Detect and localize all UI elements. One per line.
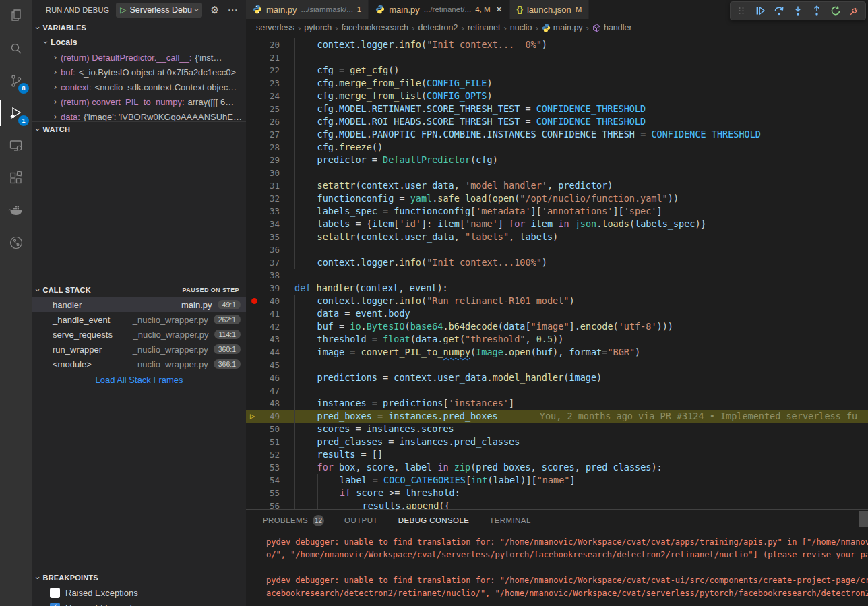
glyph-margin[interactable] bbox=[251, 269, 259, 282]
code-line[interactable]: 22cfg = get_cfg() bbox=[246, 64, 868, 77]
glyph-margin[interactable] bbox=[251, 243, 259, 256]
code-line[interactable]: 41data = event.body bbox=[246, 307, 868, 320]
code-line[interactable]: 53for box, score, label in zip(pred_boxe… bbox=[246, 461, 868, 474]
locals-scope[interactable]: › Locals bbox=[32, 35, 246, 50]
glyph-margin[interactable] bbox=[251, 423, 259, 435]
code-line[interactable]: 38 bbox=[246, 269, 868, 282]
glyph-margin[interactable] bbox=[251, 179, 259, 192]
tab-terminal[interactable]: TERMINAL bbox=[489, 510, 530, 531]
glyph-margin[interactable] bbox=[251, 38, 259, 51]
close-icon[interactable]: ✕ bbox=[496, 5, 503, 14]
code-line[interactable]: 47 bbox=[246, 384, 868, 397]
glyph-margin[interactable] bbox=[251, 333, 259, 346]
code-line[interactable]: 35setattr(context.user_data, "labels", l… bbox=[246, 231, 868, 243]
drag-grip-icon[interactable] bbox=[733, 3, 749, 19]
glyph-margin[interactable] bbox=[251, 192, 259, 205]
glyph-margin[interactable] bbox=[251, 256, 259, 269]
tab-debug-console[interactable]: DEBUG CONSOLE bbox=[398, 510, 470, 531]
panel-scrollbar[interactable] bbox=[859, 511, 868, 527]
code-line[interactable]: 37context.logger.info("Init context...10… bbox=[246, 256, 868, 269]
breadcrumb-item-symbol[interactable]: handler bbox=[592, 23, 632, 32]
breadcrumb-item[interactable]: facebookresearch bbox=[342, 23, 408, 32]
call-stack-section-header[interactable]: › CALL STACK PAUSED ON STEP bbox=[32, 282, 246, 297]
glyph-margin[interactable] bbox=[251, 384, 259, 397]
breadcrumb-item[interactable]: serverless bbox=[256, 23, 294, 32]
glyph-margin[interactable] bbox=[251, 474, 259, 487]
breadcrumb-item-file[interactable]: main.py bbox=[542, 23, 583, 32]
code-editor[interactable]: 20context.logger.info("Init context... 0… bbox=[246, 36, 868, 509]
code-line[interactable]: 30 bbox=[246, 166, 868, 179]
code-line[interactable]: 55if score >= threshold: bbox=[246, 487, 868, 499]
variable-row[interactable]: ›buf<_io.BytesIO object at 0x7f5a2dc1ecc… bbox=[32, 65, 246, 80]
step-into-icon[interactable] bbox=[790, 3, 806, 19]
checkbox[interactable] bbox=[50, 603, 60, 606]
stack-frame[interactable]: run_wrapper _nuclio_wrapper.py 360:1 bbox=[32, 342, 246, 357]
tab-main-py-siammask[interactable]: main.py .../siammask/... 1 bbox=[246, 0, 369, 19]
code-line[interactable]: 21 bbox=[246, 51, 868, 64]
code-line[interactable]: 40context.logger.info("Run retinanet-R10… bbox=[246, 295, 868, 307]
code-line[interactable]: 23cfg.merge_from_file(CONFIG_FILE) bbox=[246, 77, 868, 90]
more-actions-icon[interactable]: ⋯ bbox=[227, 4, 237, 16]
code-line[interactable]: 34labels = {item['id']: item['name'] for… bbox=[246, 218, 868, 231]
glyph-margin[interactable] bbox=[251, 371, 259, 384]
glyph-margin[interactable] bbox=[251, 397, 259, 410]
code-line[interactable]: 50scores = instances.scores bbox=[246, 423, 868, 435]
stack-frame[interactable]: <module> _nuclio_wrapper.py 366:1 bbox=[32, 357, 246, 371]
glyph-margin[interactable] bbox=[251, 435, 259, 448]
glyph-margin[interactable] bbox=[251, 218, 259, 231]
code-line[interactable]: 56results.append({ bbox=[246, 499, 868, 509]
code-line[interactable]: 33labels_spec = functionconfig['metadata… bbox=[246, 205, 868, 218]
disconnect-icon[interactable] bbox=[846, 3, 863, 19]
glyph-margin[interactable] bbox=[251, 448, 259, 461]
breadcrumb-item[interactable]: retinanet bbox=[468, 23, 501, 32]
stack-frame[interactable]: serve_requests _nuclio_wrapper.py 114:1 bbox=[32, 327, 246, 342]
glyph-margin[interactable] bbox=[251, 90, 259, 102]
code-line[interactable]: 26cfg.MODEL.ROI_HEADS.SCORE_THRESH_TEST … bbox=[246, 115, 868, 128]
glyph-margin[interactable] bbox=[251, 346, 259, 359]
load-all-stack-frames-link[interactable]: Load All Stack Frames bbox=[32, 371, 246, 388]
extensions-icon[interactable] bbox=[0, 162, 32, 194]
code-line[interactable]: 36 bbox=[246, 243, 868, 256]
code-line[interactable]: 39def handler(context, event): bbox=[246, 282, 868, 295]
glyph-margin[interactable] bbox=[251, 154, 259, 166]
code-line[interactable]: 54label = COCO_CATEGORIES[int(label)]["n… bbox=[246, 474, 868, 487]
code-line[interactable]: 28cfg.freeze() bbox=[246, 141, 868, 154]
glyph-margin[interactable] bbox=[251, 359, 259, 371]
debug-config-dropdown[interactable]: ▷ Serverless Debu › bbox=[116, 3, 202, 18]
stack-frame[interactable]: _handle_event _nuclio_wrapper.py 262:1 bbox=[32, 312, 246, 327]
code-line[interactable]: 52results = [] bbox=[246, 448, 868, 461]
restart-icon[interactable] bbox=[828, 3, 844, 19]
glyph-margin[interactable] bbox=[251, 205, 259, 218]
glyph-margin[interactable] bbox=[251, 282, 259, 295]
code-line[interactable]: 27cfg.MODEL.PANOPTIC_FPN.COMBINE.INSTANC… bbox=[246, 128, 868, 141]
code-line[interactable]: 42buf = io.BytesIO(base64.b64decode(data… bbox=[246, 320, 868, 333]
glyph-margin[interactable] bbox=[251, 128, 259, 141]
code-line[interactable]: 46predictions = context.user_data.model_… bbox=[246, 371, 868, 384]
glyph-margin[interactable] bbox=[251, 102, 259, 115]
step-out-icon[interactable] bbox=[809, 3, 825, 19]
continue-icon[interactable] bbox=[752, 3, 768, 19]
variable-row[interactable]: ›(return) convert_PIL_to_numpyarray([[[ … bbox=[32, 94, 246, 109]
tab-problems[interactable]: PROBLEMS12 bbox=[263, 510, 324, 531]
step-over-icon[interactable] bbox=[771, 3, 787, 19]
search-icon[interactable] bbox=[0, 32, 32, 65]
variable-row[interactable]: ›(return) DefaultPredictor.__call__{'ins… bbox=[32, 50, 246, 65]
code-line[interactable]: 24cfg.merge_from_list(CONFIG_OPTS) bbox=[246, 90, 868, 102]
tab-launch-json[interactable]: {} launch.json M bbox=[510, 0, 590, 19]
breadcrumb-item[interactable]: detectron2 bbox=[418, 23, 458, 32]
tab-main-py-retinanet[interactable]: main.py .../retinanet/... 4, M ✕ bbox=[369, 0, 509, 19]
glyph-margin[interactable] bbox=[251, 320, 259, 333]
glyph-margin[interactable] bbox=[251, 51, 259, 64]
remote-explorer-icon[interactable] bbox=[0, 129, 32, 162]
variables-section-header[interactable]: › VARIABLES bbox=[32, 20, 246, 35]
code-line[interactable]: ▷49pred_boxes = instances.pred_boxesYou,… bbox=[246, 410, 868, 423]
run-and-debug-icon[interactable]: 1 bbox=[0, 97, 32, 129]
tab-output[interactable]: OUTPUT bbox=[344, 510, 378, 531]
glyph-margin[interactable] bbox=[251, 64, 259, 77]
code-line[interactable]: 32functionconfig = yaml.safe_load(open("… bbox=[246, 192, 868, 205]
glyph-margin[interactable] bbox=[251, 487, 259, 499]
gitlens-icon[interactable] bbox=[0, 226, 32, 259]
variable-row[interactable]: ›context<nuclio_sdk.context.Context obje… bbox=[32, 80, 246, 94]
code-line[interactable]: 51pred_classes = instances.pred_classes bbox=[246, 435, 868, 448]
gear-icon[interactable]: ⚙ bbox=[210, 4, 219, 16]
